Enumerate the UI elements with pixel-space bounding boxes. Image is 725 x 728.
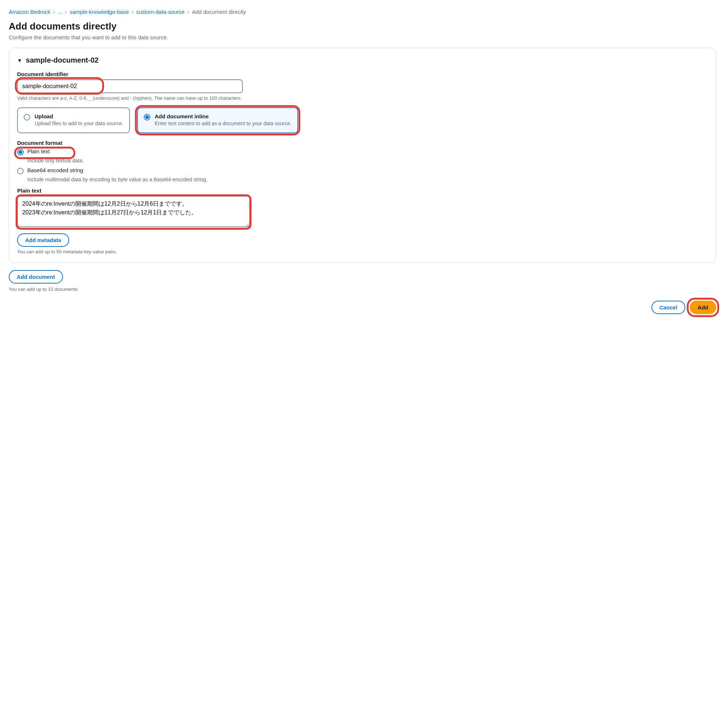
radio-icon	[24, 114, 30, 121]
chevron-right-icon: ›	[187, 9, 189, 15]
base64-desc: Include multimodal data by encoding its …	[27, 177, 708, 182]
inline-title: Add document inline	[154, 113, 292, 119]
identifier-label: Document identifier	[17, 71, 708, 77]
chevron-right-icon: ›	[132, 9, 133, 15]
metadata-help: You can add up to 50 metadata key value …	[17, 249, 708, 254]
plain-text-section: Plain text	[17, 187, 708, 228]
chevron-right-icon: ›	[53, 9, 55, 15]
upload-title: Upload	[35, 113, 123, 119]
action-row: Cancel Add	[9, 301, 716, 314]
method-cards: Upload Upload files to add to your data …	[17, 107, 708, 133]
plain-text-textarea[interactable]	[17, 196, 250, 227]
breadcrumb-link[interactable]: custom-data-source	[136, 9, 185, 15]
upload-desc: Upload files to add to your data source.	[35, 120, 123, 127]
caret-down-icon: ▼	[17, 58, 22, 63]
page-subtitle: Configure the documents that you want to…	[9, 34, 716, 40]
format-base64-radio[interactable]: Base64 encoded string	[17, 167, 708, 174]
format-label: Document format	[17, 140, 708, 146]
plain-text-desc: Include only textual data.	[27, 158, 708, 164]
document-name: sample-document-02	[26, 56, 99, 64]
document-panel: ▼ sample-document-02 Document identifier…	[9, 48, 716, 263]
radio-icon	[144, 114, 150, 121]
breadcrumb-current: Add document directly	[192, 9, 246, 15]
inline-desc: Enter text content to add as a document …	[154, 120, 292, 127]
plain-text-label: Plain text	[27, 148, 50, 154]
cancel-button[interactable]: Cancel	[652, 301, 685, 314]
breadcrumb-link[interactable]: ...	[58, 9, 63, 15]
identifier-input[interactable]	[17, 80, 243, 93]
format-section: Document format Plain text Include only …	[17, 140, 708, 182]
method-upload-card[interactable]: Upload Upload files to add to your data …	[17, 107, 130, 133]
breadcrumb-link[interactable]: Amazon Bedrock	[9, 9, 50, 15]
add-button[interactable]: Add	[690, 301, 716, 314]
breadcrumb: Amazon Bedrock › ... › sample-knowledge-…	[9, 9, 716, 15]
radio-icon	[17, 168, 24, 174]
base64-label: Base64 encoded string	[27, 167, 83, 173]
add-document-help: You can add up to 10 documents	[9, 286, 716, 292]
chevron-right-icon: ›	[65, 9, 67, 15]
page-title: Add documents directly	[9, 21, 716, 32]
plain-text-field-label: Plain text	[17, 187, 708, 194]
panel-header[interactable]: ▼ sample-document-02	[17, 56, 708, 64]
breadcrumb-link[interactable]: sample-knowledge-base	[69, 9, 129, 15]
radio-icon	[17, 149, 24, 155]
add-document-button[interactable]: Add document	[9, 270, 63, 284]
format-plain-radio[interactable]: Plain text	[17, 148, 708, 155]
method-inline-card[interactable]: Add document inline Enter text content t…	[137, 107, 298, 133]
metadata-section: Add metadata You can add up to 50 metada…	[17, 233, 708, 254]
add-metadata-button[interactable]: Add metadata	[17, 233, 69, 247]
identifier-help: Valid characters are a-z, A-Z, 0-9, _ (u…	[17, 95, 708, 101]
